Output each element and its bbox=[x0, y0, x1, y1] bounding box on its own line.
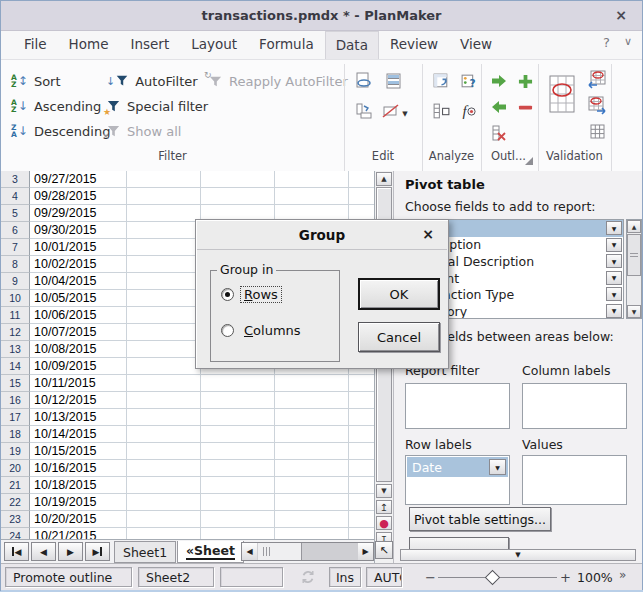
horizontal-scrollbar-thumb[interactable] bbox=[258, 543, 302, 560]
text-to-columns-icon[interactable] bbox=[352, 70, 376, 92]
circle-invalid-data-icon[interactable] bbox=[547, 72, 577, 116]
empty-cell[interactable] bbox=[201, 426, 275, 443]
sort-button[interactable]: AZ ↕ Sort bbox=[11, 71, 61, 91]
row-header[interactable]: 22 bbox=[1, 494, 30, 511]
select-visible-area-icon[interactable]: ↖ bbox=[375, 541, 393, 559]
column-labels-area[interactable] bbox=[522, 383, 627, 429]
what-if-analysis-icon[interactable]: ? bbox=[457, 70, 481, 92]
group-cells-icon[interactable] bbox=[513, 70, 537, 92]
empty-cell[interactable] bbox=[127, 528, 201, 539]
empty-cell[interactable] bbox=[349, 426, 374, 443]
empty-cell[interactable] bbox=[127, 375, 201, 392]
date-cell[interactable]: 10/15/2015 bbox=[30, 443, 127, 460]
empty-cell[interactable] bbox=[127, 392, 201, 409]
pivot-table-settings-button[interactable]: Pivot table settings... bbox=[409, 507, 551, 531]
field-list-scrollbar-thumb[interactable] bbox=[627, 234, 641, 276]
empty-cell[interactable] bbox=[349, 443, 374, 460]
report-filter-area[interactable] bbox=[405, 383, 510, 429]
autofilter-button[interactable]: ↓ AutoFilter bbox=[106, 71, 198, 91]
date-cell[interactable]: 10/05/2015 bbox=[30, 290, 127, 307]
calc-mode-panel[interactable]: AUTO bbox=[366, 567, 402, 587]
statusbar-overflow-icon[interactable]: » bbox=[619, 568, 626, 582]
radio-columns-circle-icon[interactable] bbox=[221, 324, 234, 337]
empty-cell[interactable] bbox=[201, 528, 275, 539]
empty-cell[interactable] bbox=[349, 188, 374, 205]
radio-columns[interactable]: Columns bbox=[221, 323, 304, 338]
empty-cell[interactable] bbox=[275, 171, 349, 188]
goto-prev-invalid-icon[interactable] bbox=[585, 68, 609, 90]
field-dropdown-icon[interactable]: ▼ bbox=[606, 221, 622, 235]
row-header[interactable]: 17 bbox=[1, 409, 30, 426]
date-cell[interactable]: 10/16/2015 bbox=[30, 460, 127, 477]
hscroll-right-icon[interactable]: ▶ bbox=[358, 543, 373, 560]
date-cell[interactable]: 10/02/2015 bbox=[30, 256, 127, 273]
empty-cell[interactable] bbox=[349, 460, 374, 477]
dialog-close-icon[interactable]: × bbox=[420, 226, 436, 242]
tab-sheet2-active[interactable]: «Sheet bbox=[177, 541, 244, 563]
empty-cell[interactable] bbox=[201, 171, 275, 188]
menu-tab-file[interactable]: File bbox=[13, 31, 58, 59]
empty-cell[interactable] bbox=[201, 392, 275, 409]
row-header[interactable]: 9 bbox=[1, 273, 30, 290]
date-cell[interactable]: 09/29/2015 bbox=[30, 205, 127, 222]
last-sheet-icon[interactable]: ▶ bbox=[85, 542, 110, 561]
empty-cell[interactable] bbox=[127, 307, 201, 324]
empty-cell[interactable] bbox=[275, 426, 349, 443]
empty-cell[interactable] bbox=[127, 443, 201, 460]
transpose-icon[interactable] bbox=[352, 100, 376, 122]
empty-cell[interactable] bbox=[127, 188, 201, 205]
field-list-scroll-up-icon[interactable]: ▲ bbox=[627, 220, 641, 233]
row-header[interactable]: 12 bbox=[1, 324, 30, 341]
horizontal-scrollbar[interactable]: ◀ ▶ bbox=[241, 542, 374, 561]
empty-cell[interactable] bbox=[127, 256, 201, 273]
field-dropdown-icon[interactable]: ▼ bbox=[606, 271, 622, 285]
zoom-level[interactable]: 100% bbox=[577, 570, 613, 585]
remove-circles-icon[interactable] bbox=[585, 120, 609, 142]
row-header[interactable]: 3 bbox=[1, 171, 30, 188]
row-labels-field-dropdown-icon[interactable]: ▼ bbox=[489, 459, 506, 475]
row-header[interactable]: 5 bbox=[1, 205, 30, 222]
date-cell[interactable]: 10/06/2015 bbox=[30, 307, 127, 324]
values-area[interactable] bbox=[522, 455, 627, 505]
date-cell[interactable]: 10/07/2015 bbox=[30, 324, 127, 341]
goal-seek-icon[interactable]: f bbox=[457, 100, 481, 122]
dialog-title-bar[interactable]: Group bbox=[197, 221, 447, 250]
field-dropdown-icon[interactable]: ▼ bbox=[606, 287, 622, 301]
empty-cell[interactable] bbox=[127, 341, 201, 358]
radio-rows[interactable]: Rows bbox=[221, 287, 281, 302]
empty-cell[interactable] bbox=[349, 511, 374, 528]
row-header[interactable]: 23 bbox=[1, 511, 30, 528]
empty-cell[interactable] bbox=[275, 409, 349, 426]
row-header[interactable]: 19 bbox=[1, 443, 30, 460]
consolidate-icon[interactable] bbox=[429, 100, 453, 122]
panel-scroll-down-strip[interactable]: ▼ bbox=[400, 549, 636, 561]
demote-outline-icon[interactable] bbox=[487, 70, 511, 92]
empty-cell[interactable] bbox=[275, 460, 349, 477]
row-header[interactable]: 11 bbox=[1, 307, 30, 324]
menu-tab-data[interactable]: Data bbox=[325, 31, 379, 59]
menu-tab-home[interactable]: Home bbox=[58, 31, 120, 59]
empty-cell[interactable] bbox=[201, 443, 275, 460]
empty-cell[interactable] bbox=[349, 171, 374, 188]
empty-cell[interactable] bbox=[275, 477, 349, 494]
row-labels-area[interactable]: Date ▼ bbox=[405, 455, 510, 505]
empty-cell[interactable] bbox=[201, 477, 275, 494]
row-header[interactable]: 7 bbox=[1, 239, 30, 256]
date-cell[interactable]: 10/09/2015 bbox=[30, 358, 127, 375]
row-header[interactable]: 18 bbox=[1, 426, 30, 443]
row-header[interactable]: 21 bbox=[1, 477, 30, 494]
sort-descending-button[interactable]: ZA ↓ Descending bbox=[11, 121, 110, 141]
empty-cell[interactable] bbox=[275, 375, 349, 392]
date-cell[interactable]: 09/27/2015 bbox=[30, 171, 127, 188]
empty-cell[interactable] bbox=[201, 375, 275, 392]
ribbon-collapse-icon[interactable]: ∨ bbox=[624, 35, 632, 50]
menu-tab-review[interactable]: Review bbox=[379, 31, 449, 59]
row-header[interactable]: 8 bbox=[1, 256, 30, 273]
field-dropdown-icon[interactable]: ▼ bbox=[606, 254, 622, 268]
row-header[interactable]: 14 bbox=[1, 358, 30, 375]
remove-duplicates-icon[interactable] bbox=[382, 70, 406, 92]
empty-cell[interactable] bbox=[201, 409, 275, 426]
date-cell[interactable]: 10/13/2015 bbox=[30, 409, 127, 426]
ok-button[interactable]: OK bbox=[358, 278, 440, 310]
empty-cell[interactable] bbox=[201, 460, 275, 477]
